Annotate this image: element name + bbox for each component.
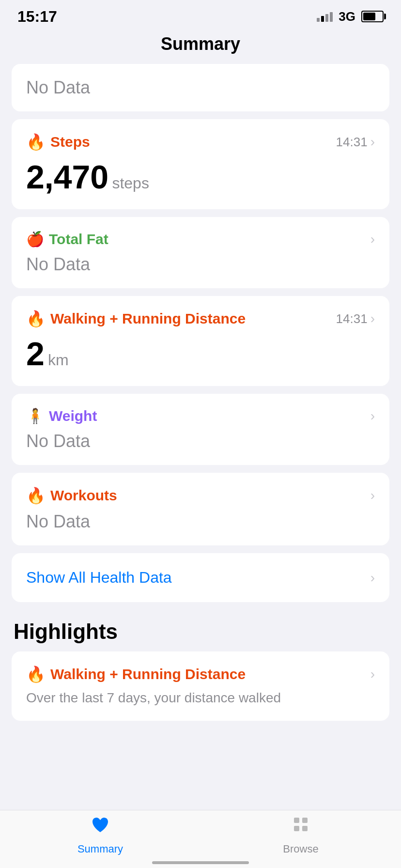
tab-bar: Summary Browse [0,810,401,868]
total-fat-title: 🍎 Total Fat [26,231,108,248]
weight-header: 🧍 Weight › [26,407,375,424]
highlight-walking-title: 🔥 Walking + Running Distance [26,665,246,683]
steps-flame-icon: 🔥 [26,133,46,151]
steps-timestamp: 14:31 › [336,134,375,150]
walking-running-header: 🔥 Walking + Running Distance 14:31 › [26,310,375,328]
walking-running-value: 2 km [26,335,375,372]
nav-title: Summary [0,29,401,64]
walking-chevron-icon: › [370,311,375,326]
browse-grid-icon [290,814,311,840]
workouts-header: 🔥 Workouts › [26,486,375,505]
highlights-section-title: Highlights [12,620,389,644]
walking-running-title: 🔥 Walking + Running Distance [26,310,246,328]
battery [361,11,384,22]
summary-heart-icon [90,814,111,840]
network-type: 3G [339,9,355,24]
walking-time-value: 14:31 [336,311,368,326]
svg-rect-1 [302,818,308,823]
home-indicator [152,861,249,864]
walking-big-number: 2 [26,335,45,372]
steps-title: 🔥 Steps [26,133,90,151]
signal-bars [317,11,333,22]
total-fat-no-data: No Data [26,254,90,274]
workouts-title: 🔥 Workouts [26,486,117,505]
walking-running-card[interactable]: 🔥 Walking + Running Distance 14:31 › 2 k… [12,296,389,386]
highlight-walking-title-label: Walking + Running Distance [50,666,246,682]
weight-card[interactable]: 🧍 Weight › No Data [12,394,389,465]
highlight-walking-card[interactable]: 🔥 Walking + Running Distance › Over the … [12,651,389,721]
weight-person-icon: 🧍 [26,407,44,424]
browse-tab-label: Browse [283,843,318,855]
tab-browse[interactable]: Browse [200,814,401,855]
steps-card-header: 🔥 Steps 14:31 › [26,133,375,151]
walking-running-title-label: Walking + Running Distance [50,310,246,327]
workouts-chevron-icon: › [370,488,375,503]
weight-title: 🧍 Weight [26,407,97,424]
workouts-no-data: No Data [26,512,90,531]
battery-fill [363,13,375,20]
steps-card[interactable]: 🔥 Steps 14:31 › 2,470 steps [12,119,389,209]
weight-chevron-icon: › [370,408,375,424]
svg-rect-2 [294,826,299,831]
workouts-title-label: Workouts [50,487,117,504]
status-bar: 15:17 3G [0,0,401,29]
highlight-flame-icon: 🔥 [26,665,46,683]
total-fat-title-label: Total Fat [49,231,108,248]
steps-value: 2,470 steps [26,158,375,196]
first-no-data-label: No Data [26,78,90,97]
steps-time-value: 14:31 [336,135,368,150]
signal-bar-2 [321,16,324,22]
battery-icon [361,11,384,22]
walking-unit: km [48,351,69,369]
status-right: 3G [317,9,384,24]
status-time: 15:17 [17,8,57,26]
walking-flame-icon: 🔥 [26,310,46,328]
total-fat-card[interactable]: 🍎 Total Fat › No Data [12,217,389,288]
signal-bar-1 [317,18,320,22]
show-all-label: Show All Health Data [26,569,172,587]
summary-tab-label: Summary [77,843,123,855]
total-fat-header: 🍎 Total Fat › [26,231,375,248]
tab-summary[interactable]: Summary [0,814,200,855]
first-no-data-card: No Data [12,64,389,111]
svg-rect-0 [294,818,299,823]
steps-big-number: 2,470 [26,158,108,195]
content-area: No Data 🔥 Steps 14:31 › 2,470 steps 🍎 To… [0,64,401,721]
workouts-flame-icon: 🔥 [26,486,46,505]
highlight-chevron-icon: › [370,666,375,682]
highlight-walking-subtitle: Over the last 7 days, your distance walk… [26,688,375,707]
page-title: Summary [0,34,401,54]
show-all-health-data-button[interactable]: Show All Health Data › [12,553,389,602]
svg-rect-3 [302,826,308,831]
highlight-walking-header: 🔥 Walking + Running Distance › [26,665,375,683]
signal-bar-3 [325,14,328,22]
total-fat-chevron-icon: › [370,232,375,247]
steps-title-label: Steps [50,134,90,150]
weight-title-label: Weight [49,408,97,424]
total-fat-apple-icon: 🍎 [26,231,44,248]
weight-no-data: No Data [26,431,90,451]
signal-bar-4 [330,12,333,22]
show-all-chevron-icon: › [370,570,375,586]
workouts-card[interactable]: 🔥 Workouts › No Data [12,473,389,545]
walking-running-timestamp: 14:31 › [336,311,375,326]
steps-unit: steps [112,174,149,192]
steps-chevron-icon: › [370,134,375,150]
